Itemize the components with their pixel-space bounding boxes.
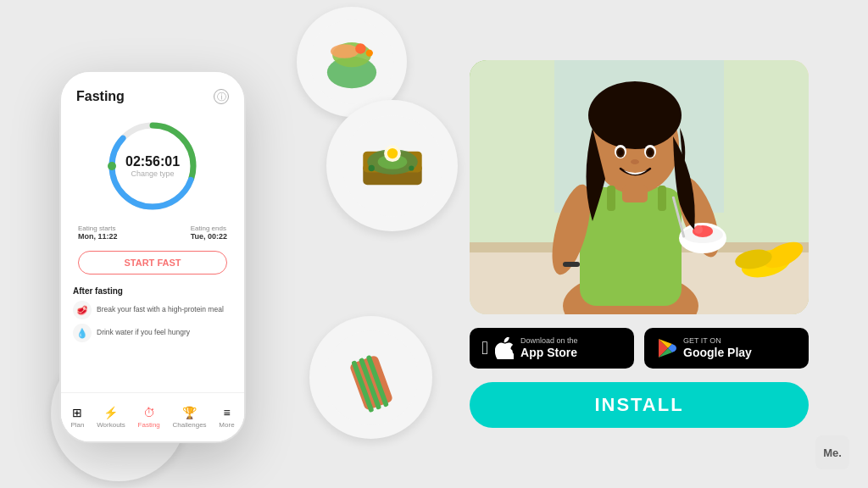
workouts-icon: ⚡ [103,406,118,419]
svg-rect-18 [358,357,381,409]
svg-point-13 [368,164,374,170]
google-play-icon [656,338,676,358]
google-play-big-text: Google Play [683,345,752,360]
eating-starts-value: Mon, 11:22 [78,232,118,241]
svg-rect-8 [363,151,421,172]
svg-point-15 [324,330,418,424]
svg-point-43 [694,225,703,234]
challenges-label: Challenges [173,421,207,429]
svg-rect-17 [351,360,374,413]
apple-icon:  [481,337,488,359]
svg-rect-16 [348,354,393,410]
timer-change-label: Change type [125,169,180,178]
timer-value: 02:56:01 [125,154,180,169]
fasting-tip-1: 🥩 Break your fast with a high-protein me… [73,301,232,319]
food-plate-2 [326,100,458,231]
tip-2-icon: 💧 [73,324,92,342]
person-photo [470,60,809,314]
phone-app-title: Fasting [76,89,125,104]
eating-starts-label: Eating starts [78,225,118,232]
plan-label: Plan [70,421,84,429]
timer-ring: 02:56:01 Change type [106,119,199,213]
google-play-text: GET IT ON Google Play [683,336,752,361]
svg-point-53 [631,159,639,164]
eating-ends-col: Eating ends Tue, 00:22 [191,225,227,241]
svg-point-10 [377,154,407,169]
apple-logo-icon [495,337,514,359]
svg-point-3 [331,44,359,58]
nav-fasting[interactable]: ⏱ Fasting [138,406,160,429]
info-icon[interactable]: ⓘ [214,89,229,104]
nav-more[interactable]: ≡ More [219,406,234,429]
store-buttons:  Download on the App Store [470,328,809,369]
svg-point-52 [648,149,653,155]
nav-challenges[interactable]: 🏆 Challenges [173,406,207,429]
eating-starts-col: Eating starts Mon, 11:22 [78,225,118,241]
svg-rect-55 [622,186,648,202]
svg-point-0 [309,19,394,104]
workouts-label: Workouts [97,421,125,429]
app-store-button[interactable]:  Download on the App Store [470,328,634,369]
tip-1-icon: 🥩 [73,301,92,319]
left-section: Fasting ⓘ [34,15,441,473]
fasting-label: Fasting [138,421,160,429]
phone-mockup: Fasting ⓘ [59,70,246,443]
app-store-text: Download on the App Store [520,336,578,361]
svg-point-2 [332,42,371,67]
challenges-icon: 🏆 [182,406,197,419]
meu-logo[interactable]: Me. [815,435,849,469]
more-label: More [219,421,234,429]
more-icon: ≡ [223,406,230,419]
svg-rect-57 [658,186,666,211]
svg-point-6 [342,115,442,216]
plan-icon: ⊞ [72,406,82,419]
svg-point-5 [366,49,373,56]
svg-point-11 [384,145,401,162]
phone-header: Fasting ⓘ [61,72,244,111]
svg-rect-7 [363,164,421,185]
fasting-icon: ⏱ [143,406,155,419]
svg-point-12 [387,147,397,158]
eating-info: Eating starts Mon, 11:22 Eating ends Tue… [61,219,244,246]
tip-2-text: Drink water if you feel hungry [97,328,190,337]
svg-rect-19 [365,354,388,407]
food-plate-3 [309,316,432,439]
timer-section: 02:56:01 Change type [61,111,244,219]
phone-bottom-nav: ⊞ Plan ⚡ Workouts ⏱ Fasting 🏆 Challenges [61,392,244,441]
main-container: Fasting ⓘ [0,0,868,488]
fasting-tip-2: 💧 Drink water if you feel hungry [73,324,232,342]
install-button[interactable]: INSTALL [470,382,809,428]
eating-ends-label: Eating ends [191,225,227,232]
start-fast-button[interactable]: START FAST [78,251,227,274]
svg-point-49 [618,149,623,155]
food-plate-1 [297,7,407,117]
eating-ends-value: Tue, 00:22 [191,232,227,241]
svg-rect-54 [563,262,580,267]
right-section:  Download on the App Store [470,60,834,429]
timer-text: 02:56:01 Change type [125,154,180,178]
svg-point-28 [108,162,116,170]
svg-point-14 [409,165,414,170]
nav-plan[interactable]: ⊞ Plan [70,406,84,429]
google-play-small-text: GET IT ON [683,336,752,346]
nav-workouts[interactable]: ⚡ Workouts [97,406,125,429]
tip-1-text: Break your fast with a high-protein meal [97,305,224,314]
after-fasting-section: After fasting 🥩 Break your fast with a h… [61,280,244,350]
svg-point-46 [588,81,682,149]
svg-point-1 [327,57,376,88]
app-store-small-text: Download on the [520,336,578,346]
phone-screen: Fasting ⓘ [61,72,244,441]
svg-point-4 [355,43,365,53]
svg-point-9 [367,149,418,175]
svg-rect-56 [607,186,615,211]
app-store-big-text: App Store [520,345,578,360]
google-play-button[interactable]: GET IT ON Google Play [644,328,809,369]
after-fasting-title: After fasting [73,286,232,296]
